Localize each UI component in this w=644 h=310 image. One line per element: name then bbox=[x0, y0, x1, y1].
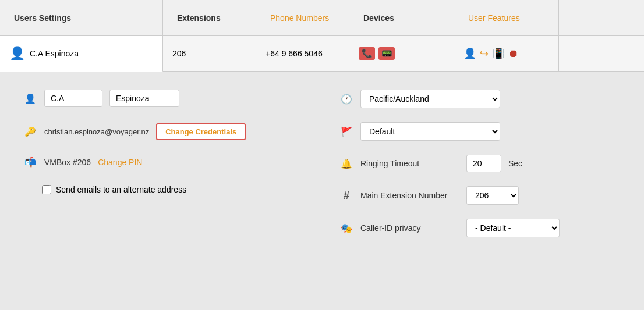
person-icon: 👤 bbox=[23, 93, 37, 104]
vmbox-row: 📬 VMBox #206 Change PIN bbox=[23, 156, 305, 168]
language-select[interactable]: Default English Spanish bbox=[360, 122, 500, 141]
ringing-timeout-row: 🔔 Ringing Timeout Sec bbox=[339, 155, 621, 172]
language-row: 🚩 Default English Spanish bbox=[339, 122, 621, 141]
caller-id-label: Caller-ID privacy bbox=[360, 223, 459, 233]
users-settings-label: Users Settings bbox=[14, 13, 71, 23]
extensions-label: Extensions bbox=[177, 13, 221, 23]
device-phone2-icon[interactable]: 📟 bbox=[378, 47, 395, 60]
user-devices-cell: 📞 📟 bbox=[349, 36, 454, 71]
caller-id-select[interactable]: - Default - Enabled Disabled bbox=[466, 219, 560, 237]
main-extension-row: # Main Extension Number 206 207 208 bbox=[339, 186, 621, 205]
devices-label: Devices bbox=[363, 13, 394, 23]
change-credentials-button[interactable]: Change Credentials bbox=[156, 123, 246, 140]
ringing-timeout-input[interactable] bbox=[466, 155, 501, 172]
nav-phone-numbers[interactable]: Phone Numbers bbox=[256, 0, 349, 35]
email-row: 🔑 christian.espinoza@voyager.nz Change C… bbox=[23, 123, 305, 140]
mask-icon: 🎭 bbox=[339, 223, 353, 234]
name-row: 👤 bbox=[23, 90, 305, 107]
voicemail-icon: 📬 bbox=[23, 156, 37, 168]
user-row: 👤 C.A Espinoza 206 +64 9 666 5046 📞 📟 👤 … bbox=[0, 36, 644, 72]
timezone-row: 🕐 Pacific/Auckland UTC America/New_York bbox=[339, 90, 621, 108]
send-emails-checkbox[interactable] bbox=[42, 185, 51, 194]
header-nav: Users Settings Extensions Phone Numbers … bbox=[0, 0, 644, 36]
user-extension-cell: 206 bbox=[163, 36, 256, 71]
main-content: 👤 🔑 christian.espinoza@voyager.nz Change… bbox=[0, 72, 644, 269]
user-name-cell: 👤 C.A Espinoza bbox=[0, 36, 163, 72]
phone-numbers-label: Phone Numbers bbox=[270, 13, 329, 23]
timezone-select[interactable]: Pacific/Auckland UTC America/New_York bbox=[360, 90, 500, 108]
feature-person-icon[interactable]: 👤 bbox=[463, 47, 476, 60]
feature-record-icon[interactable]: ⏺ bbox=[508, 48, 519, 60]
first-name-input[interactable] bbox=[44, 90, 102, 107]
send-emails-row: 👤 Send emails to an alternate address bbox=[23, 184, 305, 195]
hash-icon: # bbox=[339, 190, 353, 202]
change-pin-link[interactable]: Change PIN bbox=[98, 158, 142, 167]
ringing-timeout-label: Ringing Timeout bbox=[360, 159, 459, 168]
main-extension-select[interactable]: 206 207 208 bbox=[466, 186, 519, 205]
right-column: 🕐 Pacific/Auckland UTC America/New_York … bbox=[339, 90, 621, 251]
nav-users-settings[interactable]: Users Settings bbox=[0, 0, 163, 35]
flag-icon: 🚩 bbox=[339, 126, 353, 137]
nav-user-features[interactable]: User Features bbox=[454, 0, 559, 35]
vmbox-label: VMBox #206 bbox=[44, 158, 91, 167]
last-name-input[interactable] bbox=[109, 90, 179, 107]
nav-devices[interactable]: Devices bbox=[349, 0, 454, 35]
user-phone-cell: +64 9 666 5046 bbox=[256, 36, 349, 71]
device-phone-icon[interactable]: 📞 bbox=[359, 47, 375, 60]
clock-icon: 🕐 bbox=[339, 94, 353, 105]
sec-label: Sec bbox=[508, 159, 522, 168]
user-phone: +64 9 666 5046 bbox=[266, 49, 323, 58]
bell-icon: 🔔 bbox=[339, 158, 353, 169]
left-column: 👤 🔑 christian.espinoza@voyager.nz Change… bbox=[23, 90, 305, 251]
send-emails-label: Send emails to an alternate address bbox=[56, 185, 186, 194]
email-text: christian.espinoza@voyager.nz bbox=[44, 127, 149, 136]
feature-forward-icon[interactable]: ↪ bbox=[480, 47, 489, 60]
nav-extensions[interactable]: Extensions bbox=[163, 0, 256, 35]
user-name: C.A Espinoza bbox=[30, 49, 79, 58]
credentials-icon: 🔑 bbox=[23, 126, 37, 137]
user-features-cell: 👤 ↪ 📳 ⏺ bbox=[454, 36, 559, 71]
feature-voicemail-icon[interactable]: 📳 bbox=[492, 47, 505, 60]
main-extension-label: Main Extension Number bbox=[360, 191, 459, 200]
user-features-label: User Features bbox=[468, 13, 520, 23]
caller-id-row: 🎭 Caller-ID privacy - Default - Enabled … bbox=[339, 219, 621, 237]
user-avatar-icon: 👤 bbox=[9, 46, 25, 61]
user-extension: 206 bbox=[172, 49, 186, 58]
